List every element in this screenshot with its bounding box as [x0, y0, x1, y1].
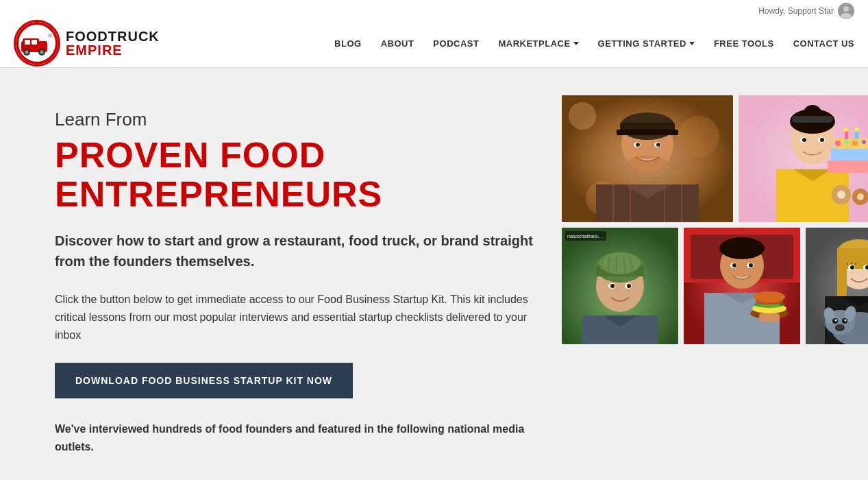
hero-image-3: natuschalmeis... — [562, 228, 678, 344]
svg-point-15 — [678, 116, 719, 157]
svg-point-46 — [845, 140, 849, 144]
logo-link[interactable]: FOODTRUCK EMPIRE — [14, 20, 160, 67]
svg-point-54 — [837, 191, 845, 199]
nav-item-getting-started[interactable]: GETTING STARTED — [598, 38, 695, 49]
svg-point-0 — [843, 6, 849, 12]
svg-text:natuschalmeis...: natuschalmeis... — [567, 234, 602, 239]
image-row-top — [562, 95, 868, 222]
svg-point-99 — [850, 265, 854, 269]
svg-rect-6 — [32, 40, 37, 45]
svg-point-14 — [569, 102, 596, 130]
hero-image-4 — [684, 228, 800, 344]
svg-point-1 — [841, 13, 852, 19]
hero-images: natuschalmeis... — [562, 95, 868, 344]
svg-rect-95 — [837, 265, 847, 300]
cta-button[interactable]: DOWNLOAD FOOD BUSINESS STARTUP KIT NOW — [55, 363, 353, 398]
howdy-bar: Howdy, Support Star — [0, 0, 868, 19]
logo-part1: FOODTRUCK — [66, 29, 160, 43]
svg-rect-89 — [759, 313, 780, 322]
svg-point-81 — [732, 263, 736, 267]
svg-rect-50 — [855, 131, 858, 139]
svg-point-24 — [656, 143, 660, 147]
svg-point-40 — [820, 138, 824, 142]
image-row-bottom: natuschalmeis... — [562, 228, 868, 344]
howdy-text: Howdy, Support Star — [758, 6, 834, 16]
svg-point-72 — [627, 284, 631, 288]
nav-item-free-tools[interactable]: FREE TOOLS — [714, 38, 774, 49]
nav-item-contact-us[interactable]: CONTACT US — [793, 38, 854, 49]
media-text: We've interviewed hundreds of food found… — [55, 420, 534, 455]
svg-point-25 — [627, 156, 668, 172]
svg-rect-36 — [792, 116, 833, 123]
svg-rect-20 — [617, 130, 678, 135]
svg-point-12 — [51, 32, 54, 34]
hero-image-1 — [562, 95, 733, 222]
avatar[interactable] — [838, 3, 854, 19]
nav-item-blog[interactable]: BLOG — [334, 38, 362, 49]
chevron-down-icon — [689, 42, 695, 45]
logo-circle — [14, 20, 60, 67]
svg-rect-5 — [25, 40, 30, 45]
svg-point-56 — [857, 193, 864, 200]
svg-point-114 — [836, 325, 843, 329]
svg-point-45 — [835, 141, 841, 146]
svg-point-78 — [719, 237, 765, 259]
hero-description: Discover how to start and grow a restaur… — [55, 230, 534, 272]
svg-point-10 — [40, 51, 44, 54]
hero-sub-description: Click the button below to get immediate … — [55, 291, 534, 344]
svg-point-51 — [844, 128, 848, 132]
hero-image-2 — [739, 95, 868, 222]
svg-point-23 — [636, 143, 640, 147]
svg-point-39 — [802, 138, 806, 142]
header: Howdy, Support Star — [0, 0, 868, 68]
svg-point-8 — [25, 51, 29, 54]
svg-rect-49 — [845, 131, 848, 139]
nav-item-about[interactable]: ABOUT — [381, 38, 414, 49]
hero-image-5 — [806, 228, 868, 344]
main-nav: BLOG ABOUT PODCAST MARKETPLACE GETTING S… — [334, 38, 854, 49]
hero-section: Learn From PROVEN FOOD ENTREPRENEURS Dis… — [0, 68, 868, 480]
chevron-down-icon — [573, 42, 579, 45]
svg-point-112 — [845, 320, 847, 322]
svg-rect-43 — [831, 148, 868, 160]
learn-from-text: Learn From — [55, 109, 534, 130]
svg-point-82 — [749, 263, 753, 267]
svg-point-111 — [835, 320, 837, 322]
hero-left: Learn From PROVEN FOOD ENTREPRENEURS Dis… — [55, 109, 534, 455]
svg-point-71 — [610, 284, 615, 288]
svg-point-88 — [754, 291, 785, 302]
svg-point-47 — [852, 141, 858, 146]
logo-part2: EMPIRE — [66, 43, 160, 57]
hero-headline: PROVEN FOOD ENTREPRENEURS — [55, 136, 534, 214]
svg-point-11 — [48, 34, 52, 38]
svg-rect-42 — [828, 160, 868, 173]
nav-item-marketplace[interactable]: MARKETPLACE — [498, 38, 578, 49]
svg-point-48 — [862, 140, 866, 144]
svg-point-63 — [599, 252, 641, 274]
nav-bar: FOODTRUCK EMPIRE BLOG ABOUT PODCAST MARK… — [0, 19, 868, 67]
svg-point-52 — [854, 128, 858, 132]
nav-item-podcast[interactable]: PODCAST — [433, 38, 479, 49]
logo-text: FOODTRUCK EMPIRE — [66, 29, 160, 57]
